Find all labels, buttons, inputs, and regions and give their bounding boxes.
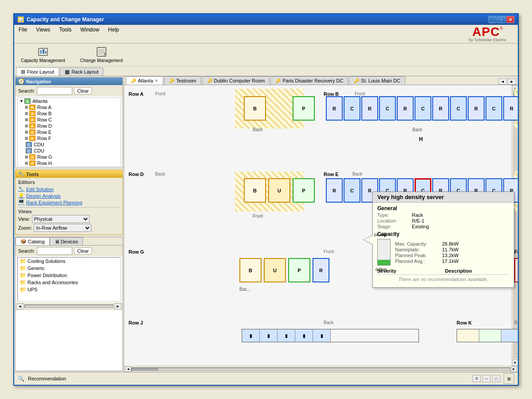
tab-lock-icon: 🔑 — [354, 78, 359, 83]
view-select[interactable]: Physical In-Row Airflow Measured Power D… — [32, 215, 90, 223]
capacity-management-button[interactable]: Capacity Management — [18, 45, 68, 64]
rack-b-c2[interactable]: C — [379, 96, 396, 121]
catalog-item-cooling[interactable]: 📁 Cooling Solutions — [18, 258, 120, 265]
design-analysis-link[interactable]: 💡 Design Analysis — [18, 192, 120, 199]
rack-j-4[interactable]: ▮ — [295, 329, 313, 342]
catalog-item-generic[interactable]: 📁 Generic — [18, 265, 120, 272]
rack-a-b[interactable]: B — [244, 96, 266, 121]
catalog-item-racks[interactable]: 📁 Racks and Accessories — [18, 279, 120, 286]
grid-view-button[interactable]: ⊞ — [504, 373, 514, 384]
rack-g-r[interactable]: R — [313, 258, 329, 282]
rack-g-u[interactable]: U — [264, 258, 286, 282]
tree-item-rowg[interactable]: ⊞ R Row G — [23, 154, 120, 160]
rack-k-2[interactable] — [479, 329, 501, 342]
devices-tab[interactable]: 🖥 Devices — [50, 237, 83, 245]
rack-d-p[interactable]: P — [293, 178, 315, 203]
rack-equipment-link[interactable]: 🖥️ Rack Equipment Planning — [18, 199, 120, 206]
rack-k-1[interactable] — [457, 329, 479, 342]
catalog-search-input[interactable] — [37, 247, 72, 255]
rack-k-3[interactable] — [501, 329, 518, 342]
change-management-button[interactable]: Change Management — [77, 45, 126, 64]
floor-layout-tab[interactable]: ⊞ Floor Layout — [16, 67, 59, 76]
rack-layout-tab[interactable]: ▦ Rack Layout — [60, 67, 103, 76]
sidebar-scrollbar[interactable] — [24, 305, 113, 308]
tree-item-rowc[interactable]: ⊞ R Row C — [23, 117, 120, 123]
tab-scroll-left[interactable]: ◄ — [498, 78, 507, 85]
rack-j-5[interactable]: ▮ — [313, 329, 331, 342]
file-menu[interactable]: File — [17, 26, 29, 42]
catalog-tree[interactable]: 📁 Cooling Solutions 📁 Generic 📁 Power Di… — [17, 257, 121, 301]
tab-close-button[interactable]: ✕ — [155, 78, 158, 83]
scroll-down-button[interactable]: ▼ — [512, 360, 518, 366]
nav-clear-button[interactable]: Clear — [74, 87, 92, 94]
rack-j-3[interactable]: ▮ — [278, 329, 295, 342]
catalog-tab[interactable]: 📦 Catalog — [16, 237, 50, 245]
rack-b-r6[interactable]: R — [503, 96, 518, 121]
rack-d-u[interactable]: U — [268, 178, 290, 203]
rack-k-err[interactable]: ⊗ — [514, 258, 518, 282]
h-scroll-track[interactable] — [131, 368, 511, 371]
rack-b-r3[interactable]: R — [397, 96, 414, 121]
rack-b-r4[interactable]: R — [432, 96, 449, 121]
rack-b-r2[interactable]: R — [361, 96, 378, 121]
capacity-details: Max. Capacity: 28.8kW Nameplate: 11.7kW … — [395, 241, 458, 264]
edit-solution-link[interactable]: 🔧 Edit Solution — [18, 186, 120, 192]
catalog-item-power-dist[interactable]: 📁 Power Distribution — [18, 272, 120, 279]
tree-item-rowd[interactable]: ⊞ R Row D — [23, 123, 120, 129]
doc-tab-atlanta[interactable]: 🔑 Atlanta ✕ — [126, 76, 163, 85]
rack-b-r1[interactable]: R — [326, 96, 343, 121]
rack-b-r5[interactable]: R — [468, 96, 485, 121]
main-toolbar: Capacity Management Change Management — [14, 43, 518, 66]
tree-item-cdu2[interactable]: C CDU — [23, 148, 120, 154]
rack-b-c4[interactable]: C — [450, 96, 467, 121]
horizontal-scrollbar[interactable]: ◄ ► — [124, 366, 518, 372]
doc-tab-testroom[interactable]: 🔑 Testroom — [164, 76, 201, 85]
minimize-button[interactable]: _ — [489, 16, 497, 23]
doc-tab-stlouis[interactable]: 🔑 St. Louis Main DC — [349, 76, 405, 85]
close-button[interactable]: ✕ — [506, 16, 514, 23]
navigation-tree[interactable]: ▼ S Atlanta ⊞ R Row A ⊞ R Row B — [17, 98, 121, 167]
filter-button[interactable]: ⧖ — [473, 375, 481, 382]
tree-item-atlanta[interactable]: ▼ S Atlanta — [18, 98, 120, 104]
tree-item-rowa[interactable]: ⊞ R Row A — [23, 104, 120, 110]
doc-tab-paris[interactable]: 🔑 Paris Disaster Recovery DC — [270, 76, 348, 85]
status-minimize[interactable]: ─ — [482, 375, 490, 382]
rack-a-p[interactable]: P — [293, 96, 315, 121]
tree-item-rowh[interactable]: ⊞ R Row H — [23, 160, 120, 166]
tree-item-cdu1[interactable]: C CDU — [23, 141, 120, 148]
rack-b-c5[interactable]: C — [485, 96, 502, 121]
popup-stage-value: Existing — [412, 224, 429, 229]
maximize-button[interactable]: □ — [497, 16, 505, 23]
help-menu[interactable]: Help — [106, 26, 121, 42]
nav-search-input[interactable] — [37, 87, 72, 95]
status-maximize[interactable]: □ — [492, 375, 500, 382]
rack-b-c1[interactable]: C — [344, 96, 360, 121]
h-label: H — [419, 136, 423, 142]
rack-b-c3[interactable]: C — [415, 96, 431, 121]
rack-e-r1[interactable]: R — [326, 178, 343, 203]
rack-g-b[interactable]: B — [239, 258, 262, 282]
rack-d-b[interactable]: B — [244, 178, 266, 203]
rack-j-2[interactable]: ▮ — [260, 329, 278, 342]
h-scroll-left[interactable]: ◄ — [125, 367, 131, 372]
tab-scroll-right[interactable]: ► — [508, 78, 516, 85]
tree-item-rowe[interactable]: ⊞ R Row E — [23, 129, 120, 135]
window-menu[interactable]: Window — [78, 26, 101, 42]
catalog-clear-button[interactable]: Clear — [74, 247, 92, 254]
rack-j-1[interactable]: ▮ — [242, 329, 260, 342]
scroll-left-button[interactable]: ◄ — [16, 303, 23, 309]
h-scroll-right[interactable]: ► — [511, 367, 517, 372]
zoom-select[interactable]: In-Row Airflow Measured Power Draw Physi… — [34, 224, 91, 232]
rack-g-p[interactable]: P — [288, 258, 310, 282]
tree-item-rowb[interactable]: ⊞ R Row B — [23, 110, 120, 117]
floor-canvas[interactable]: ▲ ▼ Row A Front B P Back Row B Front — [124, 85, 518, 366]
tree-item-rowf[interactable]: ⊞ R Row F — [23, 135, 120, 141]
tools-menu[interactable]: Tools — [57, 26, 73, 42]
scroll-right-button[interactable]: ► — [114, 303, 121, 309]
rack-e-c1[interactable]: C — [344, 178, 360, 203]
doc-tab-dublin[interactable]: 🔑 Dublin Computer Room — [202, 76, 270, 85]
views-menu[interactable]: Views — [34, 26, 52, 42]
svg-rect-2 — [43, 49, 44, 54]
planned-avg-label: Planned Avg.: — [395, 258, 439, 264]
catalog-item-ups[interactable]: 📁 UPS — [18, 286, 120, 293]
